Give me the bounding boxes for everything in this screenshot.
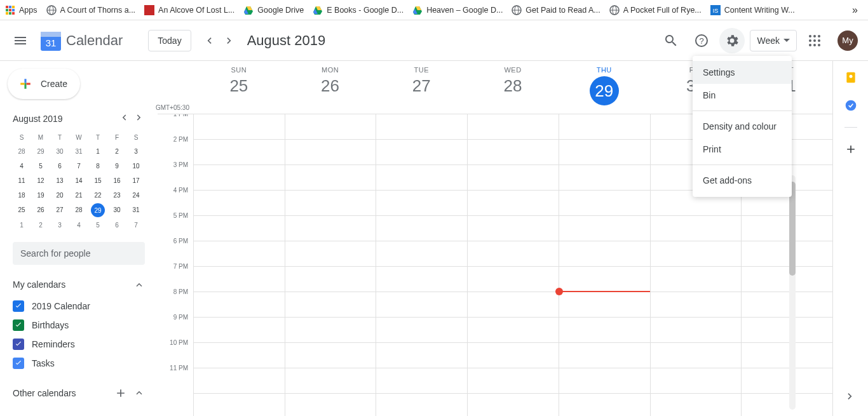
hour-cell[interactable]	[742, 267, 832, 292]
hour-cell[interactable]	[285, 267, 376, 292]
menu-item-print[interactable]: Print	[693, 138, 792, 161]
search-people-input[interactable]: Search for people	[13, 242, 145, 265]
hour-cell[interactable]	[651, 368, 742, 394]
next-period-button[interactable]	[219, 30, 240, 51]
hour-cell[interactable]	[285, 292, 376, 318]
hour-cell[interactable]	[194, 318, 285, 343]
bookmark-item[interactable]: Apps	[5, 5, 37, 15]
hour-cell[interactable]	[559, 241, 650, 267]
calendar-item[interactable]: Reminders	[13, 335, 145, 354]
hour-cell[interactable]	[194, 140, 285, 165]
mini-day[interactable]: 3	[51, 218, 69, 232]
hour-cell[interactable]	[285, 318, 376, 343]
mini-day[interactable]: 15	[89, 174, 107, 187]
bookmark-item[interactable]: Get Paid to Read A...	[512, 5, 600, 15]
hour-cell[interactable]	[285, 343, 376, 368]
hour-cell[interactable]	[468, 140, 559, 165]
mini-day[interactable]: 19	[32, 189, 50, 202]
prev-period-button[interactable]	[199, 30, 219, 51]
mini-day[interactable]: 26	[32, 203, 50, 217]
hour-cell[interactable]	[742, 241, 832, 267]
other-calendars-toggle[interactable]: Other calendars	[13, 387, 145, 399]
day-column[interactable]	[193, 114, 285, 416]
hour-cell[interactable]	[468, 216, 559, 241]
hour-cell[interactable]	[559, 368, 650, 394]
menu-item-settings[interactable]: Settings	[693, 61, 792, 84]
day-column[interactable]	[467, 114, 559, 416]
bookmark-item[interactable]: A Pocket Full of Rye...	[609, 5, 702, 15]
mini-day[interactable]: 22	[89, 189, 107, 202]
add-icon[interactable]	[114, 387, 127, 399]
mini-day[interactable]: 31	[127, 203, 145, 217]
hour-cell[interactable]	[651, 216, 742, 241]
hour-cell[interactable]	[559, 267, 650, 292]
mini-day[interactable]: 24	[127, 189, 145, 202]
hour-cell[interactable]	[559, 318, 650, 343]
collapse-panel-button[interactable]	[844, 390, 857, 405]
mini-day[interactable]: 6	[51, 159, 69, 173]
mini-day[interactable]: 29	[91, 203, 105, 217]
hour-cell[interactable]	[376, 114, 467, 140]
hour-cell[interactable]	[376, 216, 467, 241]
hour-cell[interactable]	[742, 216, 832, 241]
scrollbar[interactable]	[789, 175, 796, 410]
hour-cell[interactable]	[376, 241, 467, 267]
hour-cell[interactable]	[559, 191, 650, 216]
bookmark-item[interactable]: A Court of Thorns a...	[46, 5, 136, 15]
mini-day[interactable]: 5	[89, 218, 107, 232]
hour-cell[interactable]	[559, 292, 650, 318]
hour-cell[interactable]	[651, 292, 742, 318]
mini-day[interactable]: 9	[108, 159, 126, 173]
menu-item-get-add-ons[interactable]: Get add-ons	[693, 169, 792, 192]
mini-day[interactable]: 1	[89, 145, 107, 158]
hour-cell[interactable]	[468, 368, 559, 394]
hour-cell[interactable]	[194, 241, 285, 267]
hour-cell[interactable]	[194, 216, 285, 241]
hour-cell[interactable]	[468, 318, 559, 343]
mini-day[interactable]: 30	[108, 203, 126, 217]
hour-cell[interactable]	[559, 114, 650, 140]
hour-cell[interactable]	[468, 292, 559, 318]
calendar-item[interactable]: Birthdays	[13, 316, 145, 335]
hour-cell[interactable]	[559, 216, 650, 241]
mini-day[interactable]: 11	[13, 174, 31, 187]
hour-cell[interactable]	[376, 267, 467, 292]
mini-next-button[interactable]	[133, 112, 145, 125]
search-button[interactable]	[658, 28, 684, 53]
help-button[interactable]: ?	[689, 28, 714, 53]
mini-prev-button[interactable]	[118, 112, 130, 125]
hour-cell[interactable]	[285, 241, 376, 267]
hour-cell[interactable]	[376, 191, 467, 216]
mini-day[interactable]: 4	[13, 159, 31, 173]
calendar-item[interactable]: 2019 Calendar	[13, 297, 145, 316]
hour-cell[interactable]	[468, 114, 559, 140]
hour-cell[interactable]	[742, 292, 832, 318]
hour-cell[interactable]	[651, 267, 742, 292]
tasks-icon[interactable]	[844, 99, 857, 112]
mini-day[interactable]: 30	[51, 145, 69, 158]
bookmark-item[interactable]: Heaven – Google D...	[412, 5, 503, 15]
mini-day[interactable]: 10	[127, 159, 145, 173]
hour-cell[interactable]	[194, 165, 285, 191]
day-header[interactable]: WED28	[467, 61, 559, 114]
hour-cell[interactable]	[651, 318, 742, 343]
mini-day[interactable]: 29	[32, 145, 50, 158]
mini-day[interactable]: 14	[70, 174, 88, 187]
hour-cell[interactable]	[559, 140, 650, 165]
mini-day[interactable]: 28	[13, 145, 31, 158]
hour-cell[interactable]	[742, 368, 832, 394]
hour-cell[interactable]	[194, 343, 285, 368]
mini-day[interactable]: 18	[13, 189, 31, 202]
hour-cell[interactable]	[194, 292, 285, 318]
hour-cell[interactable]	[742, 343, 832, 368]
my-calendars-toggle[interactable]: My calendars	[13, 279, 145, 290]
account-avatar[interactable]: My	[837, 30, 858, 51]
hour-cell[interactable]	[194, 114, 285, 140]
mini-day[interactable]: 23	[108, 189, 126, 202]
mini-day[interactable]: 2	[32, 218, 50, 232]
hour-cell[interactable]	[376, 292, 467, 318]
mini-day[interactable]: 5	[32, 159, 50, 173]
view-selector[interactable]: Week	[750, 30, 797, 51]
mini-day[interactable]: 21	[70, 189, 88, 202]
hour-cell[interactable]	[468, 267, 559, 292]
